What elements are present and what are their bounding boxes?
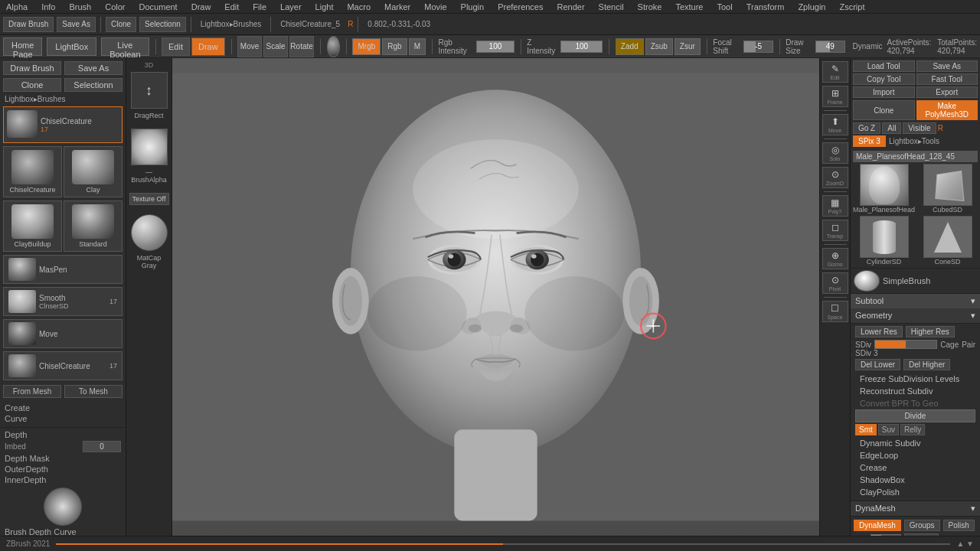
higher-res-button[interactable]: Higher Res (906, 326, 955, 337)
chisel-creature2-brush[interactable]: ChiselCreature (3, 146, 62, 197)
chiselcreature3-brush-section[interactable]: ChiselCreature 17 (3, 351, 122, 380)
selection-left-button[interactable]: Selectionn (64, 78, 122, 92)
dynamesh-button[interactable]: DynaMesh (854, 520, 901, 531)
transp-tool-button[interactable]: ◻ Transp (822, 220, 848, 241)
scale-button[interactable]: Scale (263, 36, 288, 57)
menu-zscript[interactable]: Zscript (836, 2, 867, 11)
drag-rect-tool[interactable]: ↕ (131, 72, 168, 109)
menu-render[interactable]: Render (554, 2, 587, 11)
suv-button[interactable]: Suv (878, 424, 899, 435)
solo-tool-button[interactable]: ◎ Solo (822, 142, 848, 164)
curve-title[interactable]: Curve (5, 414, 121, 423)
zadd-button[interactable]: Zadd (616, 38, 644, 55)
fast-tool-button[interactable]: Fast Tool (916, 73, 978, 85)
focal-shift-slider[interactable]: -5 (743, 41, 773, 53)
edge-loop-item[interactable]: EdgeLoop (855, 449, 975, 461)
menu-plugin[interactable]: Plugin (458, 2, 488, 11)
export-button[interactable]: Export (916, 86, 978, 98)
clay-polish-item[interactable]: ClayPolish (855, 486, 975, 498)
shadow-box-item[interactable]: ShadowBox (855, 474, 975, 486)
clay-brush[interactable]: Clay (64, 146, 122, 197)
menu-transform[interactable]: Transform (743, 2, 788, 11)
menu-info[interactable]: Info (38, 2, 58, 11)
geometry-section-header[interactable]: Geometry ▾ (851, 308, 980, 324)
clone-button[interactable]: Clone (106, 17, 136, 32)
selection-button[interactable]: Selectionn (139, 17, 186, 32)
menu-macro[interactable]: Macro (344, 2, 374, 11)
menu-tool[interactable]: Tool (714, 2, 735, 11)
matcap-thumb[interactable] (131, 214, 168, 251)
mrgb-button[interactable]: Mrgb (352, 38, 381, 55)
menu-layer[interactable]: Layer (277, 2, 305, 11)
draw-size-slider[interactable]: 49 (815, 41, 845, 53)
menu-draw[interactable]: Draw (188, 2, 214, 11)
menu-texture[interactable]: Texture (672, 2, 706, 11)
rotate-button[interactable]: Rotate (289, 36, 314, 57)
chisel-creature-brush-item[interactable]: ChiselCreature 17 (3, 106, 122, 143)
pivot-tool-button[interactable]: ⊙ Pivot (822, 272, 848, 294)
brush-depth-curve-title[interactable]: Brush Depth Curve (5, 527, 121, 536)
draw-brush-left-button[interactable]: Draw Brush (3, 61, 61, 75)
sdiv-slider[interactable] (874, 340, 937, 349)
canvas-area[interactable]: + (172, 58, 819, 536)
to-mesh-button[interactable]: To Mesh (64, 385, 122, 398)
spix-button[interactable]: SPix 3 (853, 135, 886, 147)
inner-depth-title[interactable]: InnerDepth (5, 475, 121, 484)
cylinder-thumbnail[interactable]: CylinderSD (853, 216, 915, 266)
edit-mode-button[interactable]: Edit (162, 37, 190, 56)
depth-mask-title[interactable]: Depth Mask (5, 454, 121, 463)
menu-stroke[interactable]: Stroke (635, 2, 665, 11)
make-polymesh-button[interactable]: Make PolyMesh3D (916, 100, 978, 120)
outer-depth-title[interactable]: OuterDepth (5, 465, 121, 474)
zsub-button[interactable]: Zsub (645, 38, 673, 55)
copy-tool-button[interactable]: Copy Tool (853, 73, 915, 85)
load-tool-button[interactable]: Load Tool (853, 60, 915, 72)
cone-thumbnail[interactable]: ConeSD (917, 216, 978, 266)
move-tool-button[interactable]: ⬆ Move (822, 114, 848, 135)
menu-zplugin[interactable]: Zplugin (795, 2, 828, 11)
zsur-button[interactable]: Zsur (675, 38, 701, 55)
menu-preferences[interactable]: Preferences (495, 2, 546, 11)
menu-stencil[interactable]: Stencil (596, 2, 627, 11)
rgb-intensity-slider[interactable]: 100 (476, 41, 514, 53)
clone-left-button[interactable]: Clone (3, 78, 61, 92)
clone-tool-button[interactable]: Clone (853, 100, 915, 120)
menu-brush[interactable]: Brush (67, 2, 95, 11)
depth-title[interactable]: Depth (5, 430, 121, 439)
convert-bpr-item[interactable]: Convert BPR To Geo (855, 397, 975, 409)
imbed-value[interactable]: 0 (83, 441, 121, 452)
reconstruct-subdiv-item[interactable]: Reconstruct Subdiv (855, 385, 975, 397)
maspen-brush-section[interactable]: MasPen (3, 255, 122, 284)
from-mesh-button[interactable]: From Mesh (3, 385, 61, 398)
create-title[interactable]: Create (5, 403, 121, 412)
crease-item[interactable]: Crease (855, 461, 975, 474)
save-as-left-button[interactable]: Save As (64, 61, 122, 75)
draw-brush-button[interactable]: Draw Brush (3, 17, 54, 32)
draw-mode-button[interactable]: Draw (191, 37, 225, 56)
move-brush-section[interactable]: Move (3, 319, 122, 348)
lightbox-button[interactable]: LightBox (47, 37, 96, 56)
standard-brush[interactable]: Standard (64, 201, 122, 252)
polish-button[interactable]: Polish (943, 520, 975, 531)
move-button[interactable]: Move (237, 36, 262, 57)
head-thumbnail[interactable]: Male_PlanesofHead (853, 164, 915, 214)
poly-tool-button[interactable]: ▦ Poly? (822, 195, 848, 217)
groups-button[interactable]: Groups (904, 520, 940, 531)
all-button[interactable]: All (882, 122, 901, 134)
divide-button[interactable]: Divide (855, 409, 975, 422)
visible-button[interactable]: Visible (903, 122, 936, 134)
smt-button[interactable]: Smt (855, 424, 877, 435)
dynamesh-section-header[interactable]: DynaMesh ▾ (851, 501, 980, 517)
save-as-button[interactable]: Save As (57, 17, 96, 32)
zoomd-tool-button[interactable]: ⊙ ZoomD (822, 167, 848, 188)
m-button[interactable]: M (409, 38, 426, 55)
freeze-subdiv-item[interactable]: Freeze SubDivision Levels (855, 373, 975, 385)
dynamic-subdiv-item[interactable]: Dynamic Subdiv (855, 437, 975, 449)
menu-marker[interactable]: Marker (381, 2, 413, 11)
import-button[interactable]: Import (853, 86, 915, 98)
del-lower-button[interactable]: Del Lower (855, 359, 900, 370)
menu-edit[interactable]: Edit (221, 2, 242, 11)
claybuildup-brush[interactable]: ClayBuildup (3, 201, 62, 252)
menu-alpha[interactable]: Alpha (3, 2, 31, 11)
menu-document[interactable]: Document (136, 2, 181, 11)
